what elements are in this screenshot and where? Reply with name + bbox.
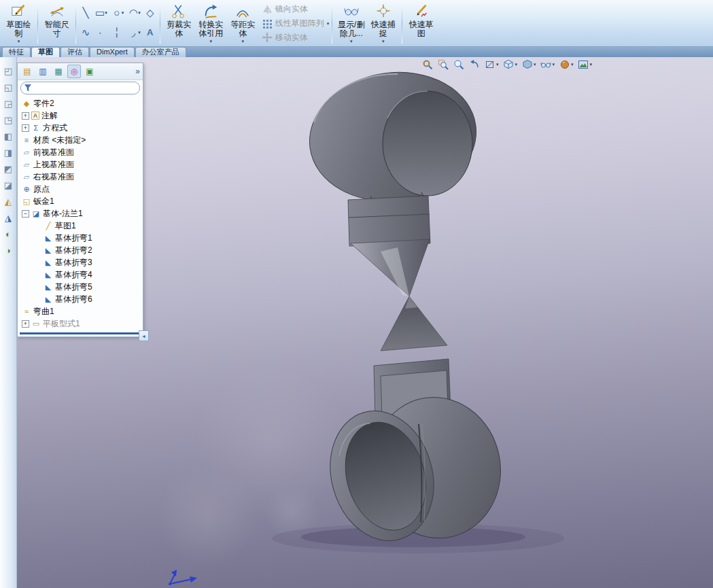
rapid-sketch-button[interactable]: 快速草图	[405, 2, 437, 39]
mirror-entities-icon	[262, 4, 273, 15]
arc-tool-button[interactable]: ◠▾	[127, 3, 142, 22]
feature-tree: ◆ 零件2 + A 注解 + Σ 方程式 ≡ 材质 <未指定> ▱ 前视基准面	[18, 96, 143, 330]
spline-tool-button[interactable]: ∿	[80, 22, 92, 42]
view-tool-icon[interactable]: ◰	[2, 65, 15, 77]
display-delete-relations-button[interactable]: 显示/删除几... ▾	[335, 2, 367, 45]
view-tool-icon[interactable]: ◩	[2, 163, 15, 175]
tree-item-bend6[interactable]: ◣ 基体折弯6	[18, 293, 143, 305]
tree-item-annotations[interactable]: + A 注解	[18, 109, 143, 122]
move-entities-button[interactable]: 移动实体	[262, 31, 330, 44]
view-tool-icon[interactable]: ◱	[2, 82, 15, 93]
panel-splitter-handle[interactable]: ◂	[139, 330, 149, 341]
mirror-entities-button[interactable]: 镜向实体	[262, 3, 330, 16]
expander-icon[interactable]: +	[22, 320, 29, 328]
trim-entities-button[interactable]: 剪裁实体	[163, 2, 195, 39]
tree-item-front-plane[interactable]: ▱ 前视基准面	[18, 146, 143, 158]
sketch-draw-icon	[10, 3, 28, 20]
rectangle-icon: ▭	[95, 7, 105, 19]
property-manager-tab-icon[interactable]: ▥	[36, 65, 50, 78]
tree-item-bend2[interactable]: ◣ 基体折弯2	[18, 244, 143, 256]
tree-item-base-flange[interactable]: − ◪ 基体-法兰1	[18, 207, 143, 220]
offset-entities-label: 等距实体	[227, 20, 259, 38]
tree-item-bend5[interactable]: ◣ 基体折弯5	[18, 281, 143, 293]
tab-sketch[interactable]: 草图	[31, 47, 60, 57]
text-tool-button[interactable]: A	[144, 22, 156, 42]
smart-dimension-icon	[48, 3, 66, 20]
tree-filter-input[interactable]	[33, 83, 136, 93]
feature-manager-tab-icon[interactable]: ▤	[20, 65, 34, 78]
tree-item-bend4[interactable]: ◣ 基体折弯4	[18, 269, 143, 281]
chevron-down-icon: ▾	[571, 62, 574, 67]
tab-dimxpert[interactable]: DimXpert	[90, 47, 135, 57]
expander-icon[interactable]: −	[22, 210, 29, 218]
tab-evaluate[interactable]: 评估	[60, 47, 89, 57]
display-manager-tab-icon[interactable]: ▣	[83, 65, 97, 78]
magnified-selection-button[interactable]	[453, 59, 464, 70]
hide-show-items-button[interactable]: ▾	[540, 59, 555, 70]
edit-appearance-button[interactable]: ▾	[559, 59, 574, 70]
centerline-tool-button[interactable]: ╎	[111, 22, 126, 42]
rollback-bar[interactable]	[20, 332, 141, 334]
tree-item-right-plane[interactable]: ▱ 右视基准面	[18, 171, 143, 183]
view-tool-icon[interactable]: ◨	[2, 147, 15, 158]
tab-office-products[interactable]: 办公室产品	[135, 47, 186, 57]
offset-entities-button[interactable]: 等距实体 ▾	[227, 2, 259, 45]
tree-item-bend1[interactable]: ◣ 基体折弯1	[18, 232, 143, 244]
circle-tool-button[interactable]: ○▾	[111, 3, 126, 22]
zoom-to-fit-button[interactable]	[422, 59, 433, 70]
view-tool-icon[interactable]: ◪	[2, 179, 15, 191]
polygon-tool-button[interactable]: ◇	[144, 3, 156, 22]
quick-snaps-icon	[375, 3, 392, 20]
library-tool-icon[interactable]: ◑	[2, 245, 15, 256]
section-view-button[interactable]: ▾	[485, 59, 499, 70]
tree-item-equations[interactable]: + Σ 方程式	[18, 122, 143, 134]
configuration-manager-tab-icon[interactable]: ▦	[52, 65, 65, 78]
tree-item-sheet-metal[interactable]: ◱ 钣金1	[18, 195, 143, 207]
tree-item-material[interactable]: ≡ 材质 <未指定>	[18, 134, 143, 146]
convert-entities-button[interactable]: 转换实体引用 ▾	[195, 2, 227, 45]
tree-item-label: 基体折弯1	[55, 232, 92, 244]
view-tool-icon[interactable]: ◧	[2, 131, 15, 142]
display-style-button[interactable]: ▾	[522, 59, 536, 70]
graphics-viewport[interactable]: ▾ ▾ ▾ ▾ ▾	[0, 57, 713, 588]
dimxpert-manager-tab-icon[interactable]: ◎	[67, 65, 81, 78]
linear-pattern-icon	[262, 18, 273, 29]
apply-scene-button[interactable]: ▾	[578, 59, 592, 70]
plane-icon: ▱	[22, 173, 31, 181]
tree-item-top-plane[interactable]: ▱ 上视基准面	[18, 158, 143, 171]
expander-icon[interactable]: +	[22, 112, 29, 120]
sketch-draw-button[interactable]: 草图绘制 ▾	[3, 2, 35, 45]
rectangle-tool-button[interactable]: ▭▾	[94, 3, 109, 22]
tree-item-flat-pattern[interactable]: + ▭ 平板型式1	[18, 317, 143, 330]
quick-snaps-button[interactable]: 快速捕捉 ▾	[367, 2, 399, 45]
smart-dimension-button[interactable]: 智能尺寸	[41, 2, 73, 39]
tree-item-flex[interactable]: ≈ 弯曲1	[18, 305, 143, 317]
tree-item-part[interactable]: ◆ 零件2	[18, 97, 143, 109]
library-tool-icon[interactable]: ◐	[2, 228, 15, 240]
rapid-sketch-label: 快速草图	[405, 20, 437, 38]
appearance-ball-icon	[559, 59, 570, 70]
view-tool-icon[interactable]: ◲	[2, 98, 15, 109]
line-tool-button[interactable]: ╲	[80, 3, 92, 22]
tab-features[interactable]: 特征	[2, 47, 31, 57]
sketch-tool-icon[interactable]: ◮	[2, 212, 15, 224]
zoom-to-area-button[interactable]	[438, 59, 449, 70]
linear-pattern-button[interactable]: 线性草图阵列 ▾	[262, 18, 330, 30]
chevron-down-icon: ▾	[382, 39, 385, 44]
previous-view-button[interactable]	[469, 59, 480, 70]
view-tool-icon[interactable]: ◳	[2, 114, 15, 126]
point-tool-button[interactable]: ∙	[94, 22, 109, 42]
tree-item-sketch1[interactable]: ╱ 草图1	[18, 220, 143, 232]
sketch-tool-icon[interactable]: ◭	[2, 196, 15, 207]
panel-expand-chevron-icon[interactable]: »	[135, 67, 140, 76]
view-orientation-button[interactable]: ▾	[503, 59, 517, 70]
dimension-group: 智能尺寸	[39, 1, 74, 46]
expander-icon[interactable]: +	[22, 124, 29, 132]
chevron-down-icon: ▾	[496, 62, 499, 67]
move-entities-icon	[262, 32, 273, 43]
feature-manager-panel: ▤ ▥ ▦ ◎ ▣ » ◆ 零件2 + A 注解 + Σ	[17, 63, 143, 337]
tree-item-label: 平板型式1	[43, 318, 80, 330]
tree-item-bend3[interactable]: ◣ 基体折弯3	[18, 256, 143, 269]
fillet-tool-button[interactable]: ◞▾	[127, 22, 142, 42]
tree-item-origin[interactable]: ⊕ 原点	[18, 183, 143, 195]
